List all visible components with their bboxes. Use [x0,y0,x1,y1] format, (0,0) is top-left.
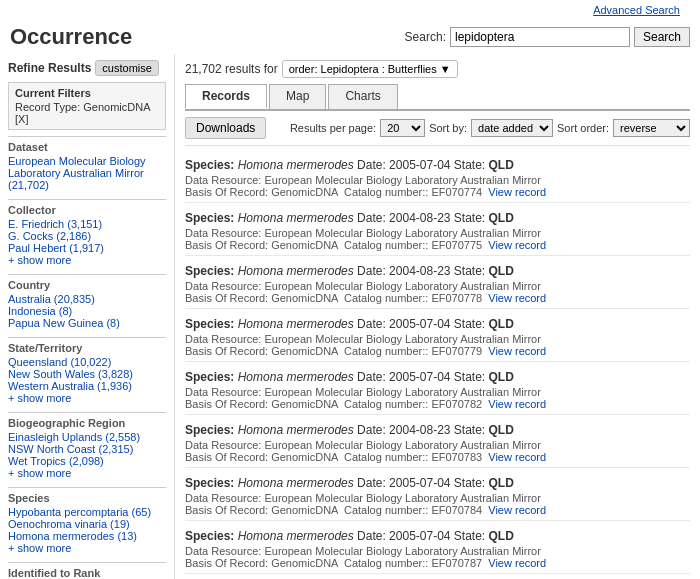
view-record-link[interactable]: View record [488,345,546,357]
basis-catalog: Basis Of Record: GenomicDNA Catalog numb… [185,504,690,516]
view-record-link[interactable]: View record [488,239,546,251]
state-nsw[interactable]: New South Wales (3,828) [8,368,133,380]
results-per-page-select[interactable]: 20 50 100 [380,119,425,137]
date-value: 2005-07-04 [389,529,450,543]
data-resource: Data Resource: European Molecular Biolog… [185,386,690,398]
state-label: State: [454,529,489,543]
species-section: Species Hypobanta percomptaria (65) Oeno… [8,487,166,554]
state-value: QLD [489,529,514,543]
state-value: QLD [489,317,514,331]
state-show-more[interactable]: + show more [8,392,71,404]
state-label: State: [454,476,489,490]
biogeo-wet[interactable]: Wet Tropics (2,098) [8,455,104,467]
view-record-link[interactable]: View record [488,504,546,516]
date-label: Date: [357,317,389,331]
dataset-embl[interactable]: European Molecular Biology Laboratory Au… [8,155,146,191]
state-value: QLD [489,211,514,225]
sort-order-label: Sort order: [557,122,609,134]
sort-order-select[interactable]: reverse ascending [613,119,690,137]
record-item: Species: Homona mermerodes Date: 2004-08… [185,203,690,256]
biogeo-section: Biogeographic Region Einasleigh Uplands … [8,412,166,479]
record-item: Species: Homona mermerodes Date: 2005-07… [185,362,690,415]
tab-map[interactable]: Map [269,84,326,109]
collector-show-more[interactable]: + show more [8,254,71,266]
search-button[interactable]: Search [634,27,690,47]
view-record-link[interactable]: View record [488,292,546,304]
country-australia[interactable]: Australia (20,835) [8,293,95,305]
species-hypobanta[interactable]: Hypobanta percomptaria (65) [8,506,151,518]
filter-breadcrumb-text: order: Lepidoptera : Butterflies [289,63,437,75]
records-list: Species: Homona mermerodes Date: 2005-07… [185,150,690,579]
results-summary: 21,702 results for order: Lepidoptera : … [185,60,690,78]
date-value: 2005-07-04 [389,370,450,384]
collector-paulhebert[interactable]: Paul Hebert (1,917) [8,242,104,254]
date-value: 2005-07-04 [389,317,450,331]
advanced-search-link[interactable]: Advanced Search [593,4,690,16]
page-title: Occurrence [10,24,132,50]
customise-button[interactable]: customise [95,60,159,76]
country-png[interactable]: Papua New Guinea (8) [8,317,120,329]
dataset-section: Dataset European Molecular Biology Labor… [8,136,166,191]
state-label: State: [454,211,489,225]
date-value: 2004-08-23 [389,264,450,278]
species-value: Homona mermerodes [238,317,354,331]
rank-section: Identified to Rank order (21,532) specie… [8,562,166,579]
record-item: Species: Homona mermerodes Date: 2005-07… [185,574,690,579]
refine-title: Refine Results [8,61,91,75]
collector-title: Collector [8,199,166,216]
tab-bar: Records Map Charts [185,84,690,111]
results-count: 21,702 results for [185,62,278,76]
country-section: Country Australia (20,835) Indonesia (8)… [8,274,166,329]
date-label: Date: [357,158,389,172]
view-record-link[interactable]: View record [488,186,546,198]
sort-by-label: Sort by: [429,122,467,134]
state-wa[interactable]: Western Australia (1,936) [8,380,132,392]
current-filters-label: Current Filters [15,87,159,99]
record-item: Species: Homona mermerodes Date: 2005-07… [185,521,690,574]
species-show-more[interactable]: + show more [8,542,71,554]
downloads-button[interactable]: Downloads [185,117,266,139]
collector-efriedrich[interactable]: E. Friedrich (3,151) [8,218,102,230]
data-resource: Data Resource: European Molecular Biolog… [185,333,690,345]
biogeo-show-more[interactable]: + show more [8,467,71,479]
species-value: Homona mermerodes [238,264,354,278]
date-value: 2005-07-04 [389,158,450,172]
filter-breadcrumb-button[interactable]: order: Lepidoptera : Butterflies ▼ [282,60,458,78]
basis-catalog: Basis Of Record: GenomicDNA Catalog numb… [185,451,690,463]
record-item: Species: Homona mermerodes Date: 2005-07… [185,309,690,362]
view-record-link[interactable]: View record [488,557,546,569]
species-homona[interactable]: Homona mermerodes (13) [8,530,137,542]
tab-charts[interactable]: Charts [328,84,397,109]
country-indonesia[interactable]: Indonesia (8) [8,305,72,317]
species-label: Species: [185,370,238,384]
species-value: Homona mermerodes [238,158,354,172]
species-label: Species: [185,158,238,172]
view-record-link[interactable]: View record [488,398,546,410]
date-label: Date: [357,211,389,225]
biogeo-nswn[interactable]: NSW North Coast (2,315) [8,443,133,455]
record-item: Species: Homona mermerodes Date: 2005-07… [185,150,690,203]
results-per-page-label: Results per page: [290,122,376,134]
search-input[interactable] [450,27,630,47]
content-area: 21,702 results for order: Lepidoptera : … [175,54,700,579]
rank-title: Identified to Rank [8,562,166,579]
basis-catalog: Basis Of Record: GenomicDNA Catalog numb… [185,398,690,410]
country-title: Country [8,274,166,291]
state-section: State/Territory Queensland (10,022) New … [8,337,166,404]
state-value: QLD [489,476,514,490]
state-value: QLD [489,158,514,172]
species-value: Homona mermerodes [238,529,354,543]
search-label: Search: [405,30,446,44]
collector-gcocks[interactable]: G. Cocks (2,186) [8,230,91,242]
date-value: 2004-08-23 [389,423,450,437]
record-item: Species: Homona mermerodes Date: 2004-08… [185,256,690,309]
state-label: State: [454,370,489,384]
biogeo-einasleigh[interactable]: Einasleigh Uplands (2,558) [8,431,140,443]
tab-records[interactable]: Records [185,84,267,109]
view-record-link[interactable]: View record [488,451,546,463]
species-label: Species: [185,317,238,331]
state-qld[interactable]: Queensland (10,022) [8,356,111,368]
species-value: Homona mermerodes [238,476,354,490]
species-oeno[interactable]: Oenochroma vinaria (19) [8,518,130,530]
sort-by-select[interactable]: date added species [471,119,553,137]
